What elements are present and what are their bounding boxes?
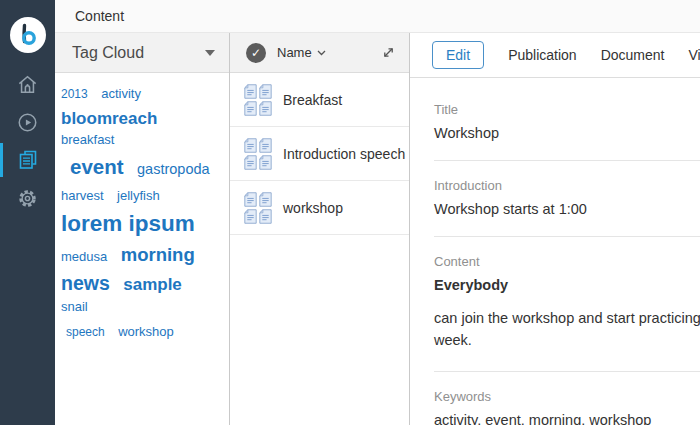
document-list-panel: ✓ Name (230, 33, 410, 425)
tab-view[interactable]: View (688, 47, 700, 63)
tag[interactable]: breakfast (61, 132, 114, 147)
title-field-value[interactable]: Workshop (434, 125, 700, 141)
document-set-icon (244, 192, 272, 224)
app-sidebar (0, 0, 55, 425)
field-content: Content Everybody can join the workshop … (434, 237, 700, 372)
editor-fields: Title Workshop Introduction Workshop sta… (410, 78, 700, 425)
breadcrumb: Content (75, 8, 124, 24)
tag[interactable]: bloomreach (61, 109, 157, 128)
tag[interactable]: gastropoda (137, 161, 210, 177)
field-introduction: Introduction Workshop starts at 1:00 (434, 161, 700, 237)
active-indicator (0, 143, 3, 177)
keywords-field-value[interactable]: activity, event, morning, workshop (434, 412, 700, 425)
documents-icon (16, 148, 40, 172)
content-field-line[interactable]: week. (434, 329, 700, 351)
home-icon (16, 73, 39, 96)
tag-cloud-title: Tag Cloud (72, 44, 144, 62)
document-name: workshop (283, 200, 343, 216)
expand-panel-icon[interactable] (382, 46, 395, 59)
bloomreach-b-icon (15, 22, 41, 48)
bloomreach-logo[interactable] (10, 17, 46, 53)
tag[interactable]: 2013 (61, 87, 88, 101)
field-label: Introduction (434, 178, 700, 193)
document-name: Introduction speech (283, 146, 405, 162)
tag[interactable]: lorem ipsum (61, 211, 195, 236)
select-all-checkmark-icon[interactable]: ✓ (246, 43, 266, 63)
tag[interactable]: speech (66, 325, 105, 339)
sort-chevron-icon (317, 50, 326, 56)
introduction-field-value[interactable]: Workshop starts at 1:00 (434, 201, 700, 217)
field-keywords: Keywords activity, event, morning, works… (434, 372, 700, 425)
tag[interactable]: jellyfish (117, 188, 160, 203)
document-set-icon (244, 138, 272, 170)
tag-cloud-header: Tag Cloud (55, 33, 229, 73)
document-name: Breakfast (283, 92, 342, 108)
field-label: Title (434, 102, 700, 117)
tag[interactable]: event (70, 155, 124, 178)
editor-tabbar: Edit Publication Document View (410, 33, 700, 78)
play-circle-icon (16, 111, 39, 134)
tab-document[interactable]: Document (601, 47, 665, 63)
tag-cloud-panel: Tag Cloud 2013 activity bloomreach break… (55, 33, 230, 425)
tag[interactable]: harvest (61, 188, 104, 203)
content-field-lead[interactable]: Everybody (434, 277, 700, 293)
tab-publication[interactable]: Publication (508, 47, 577, 63)
list-item-breakfast[interactable]: Breakfast (230, 73, 409, 127)
list-item-introduction-speech[interactable]: Introduction speech (230, 127, 409, 181)
document-set-icon (244, 84, 272, 116)
panels-row: Tag Cloud 2013 activity bloomreach break… (55, 33, 700, 425)
content-field-line[interactable]: can join the workshop and start practici… (434, 307, 700, 329)
tag-cloud: 2013 activity bloomreach breakfast event… (55, 73, 229, 354)
tag[interactable]: sample (123, 275, 182, 294)
tag[interactable]: snail (61, 299, 88, 314)
column-header-name[interactable]: Name (277, 45, 326, 60)
tag[interactable]: news (61, 272, 110, 294)
tag[interactable]: morning (121, 244, 195, 265)
sidebar-nav (0, 65, 55, 217)
sidebar-item-home[interactable] (0, 65, 55, 103)
document-list-header: ✓ Name (230, 33, 409, 73)
list-item-workshop[interactable]: workshop (230, 181, 409, 235)
main-area: Content Tag Cloud 2013 activity bloomrea… (55, 0, 700, 425)
tab-edit[interactable]: Edit (432, 41, 484, 69)
top-bar: Content (55, 0, 700, 33)
sidebar-item-settings[interactable] (0, 179, 55, 217)
tag[interactable]: activity (101, 86, 141, 101)
tag[interactable]: workshop (118, 324, 174, 339)
document-editor-panel: Edit Publication Document View Title Wor… (410, 33, 700, 425)
sidebar-item-documents[interactable] (0, 141, 55, 179)
tag[interactable]: medusa (61, 249, 107, 264)
field-label: Content (434, 254, 700, 269)
gear-icon (16, 187, 39, 210)
chevron-down-icon[interactable] (205, 50, 215, 56)
sidebar-item-video[interactable] (0, 103, 55, 141)
field-title: Title Workshop (434, 78, 700, 161)
field-label: Keywords (434, 389, 700, 404)
